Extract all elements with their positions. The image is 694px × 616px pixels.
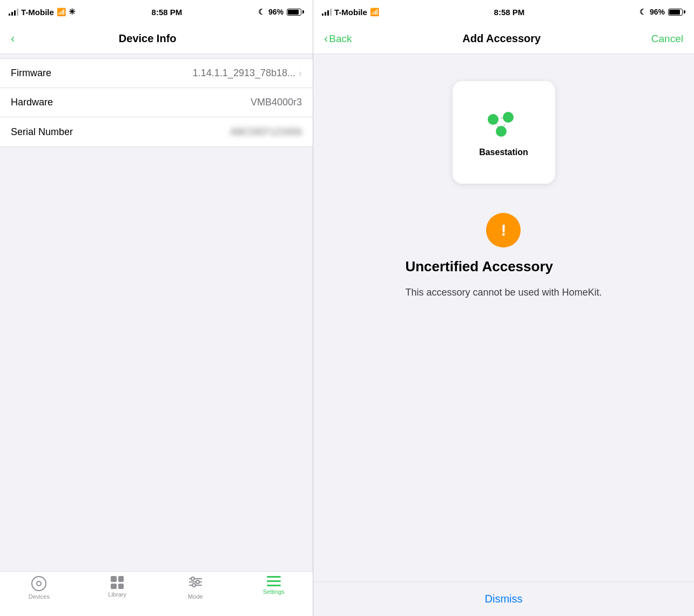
serial-row: Serial Number ABCDEF123456 [0, 117, 313, 146]
basestation-name: Basestation [479, 148, 528, 157]
library-icon [111, 576, 124, 589]
warning-description: This accessory cannot be used with HomeK… [405, 286, 602, 299]
right-signal-bars-icon [322, 8, 332, 16]
left-status-left: T-Mobile 📶 ✳ [9, 7, 76, 17]
dismiss-button[interactable]: Dismiss [485, 593, 523, 605]
tab-library-label: Library [108, 591, 126, 598]
right-status-time: 8:58 PM [494, 8, 525, 17]
warning-section: ! Uncertified Accessory This accessory c… [383, 191, 623, 299]
hardware-value: VMB4000r3 [251, 97, 302, 108]
left-status-bar: T-Mobile 📶 ✳ 8:58 PM ☾ 96% [0, 0, 313, 24]
tab-devices-label: Devices [29, 593, 50, 600]
warning-title: Uncertified Accessory [405, 258, 553, 275]
wifi-icon: 📶 [57, 8, 66, 16]
svg-point-9 [488, 114, 498, 125]
right-battery-icon [668, 9, 685, 16]
right-status-left: T-Mobile 📶 [322, 8, 379, 17]
left-panel: T-Mobile 📶 ✳ 8:58 PM ☾ 96% ‹ Device Info… [0, 0, 313, 616]
right-battery-percent: 96% [650, 8, 665, 16]
right-status-bar: T-Mobile 📶 8:58 PM ☾ 96% [313, 0, 694, 24]
right-carrier-label: T-Mobile [334, 8, 367, 17]
right-back-button[interactable]: ‹ Back [324, 32, 352, 46]
right-battery-fill [669, 10, 680, 15]
moon-icon: ☾ [258, 8, 265, 16]
firmware-value: 1.14.1.1_2913_78b18... › [193, 68, 302, 79]
tab-devices[interactable]: Devices [0, 576, 78, 600]
right-battery-body [668, 9, 683, 16]
battery-body [287, 9, 301, 16]
battery-tip [302, 10, 304, 14]
accessory-content: Basestation ! Uncertified Accessory This… [313, 54, 694, 581]
hardware-row: Hardware VMB4000r3 [0, 88, 313, 117]
chevron-right-icon: › [299, 68, 302, 79]
back-chevron-icon: ‹ [11, 32, 15, 46]
right-battery-tip [684, 10, 685, 14]
mode-icon [188, 576, 203, 591]
svg-point-4 [196, 580, 199, 584]
hardware-label: Hardware [11, 97, 53, 108]
tab-settings-label: Settings [263, 588, 285, 595]
tab-bar: Devices Library Mode [0, 571, 313, 616]
left-status-time: 8:58 PM [152, 8, 183, 17]
svg-point-3 [191, 577, 194, 580]
warning-icon: ! [486, 213, 521, 247]
battery-fill [288, 10, 299, 15]
page-title: Device Info [119, 32, 177, 45]
cancel-button[interactable]: Cancel [651, 33, 683, 45]
right-status-right: ☾ 96% [639, 8, 685, 16]
signal-bars-icon [9, 8, 18, 16]
settings-icon [267, 576, 281, 586]
devices-icon-inner [36, 581, 42, 586]
left-status-right: ☾ 96% [258, 8, 304, 16]
svg-point-11 [496, 126, 507, 137]
right-back-chevron-icon: ‹ [324, 32, 328, 46]
basestation-dots-illustration [482, 108, 525, 140]
tab-mode[interactable]: Mode [157, 576, 235, 600]
right-page-title: Add Accessory [462, 32, 541, 45]
battery-percent: 96% [268, 8, 284, 16]
dismiss-area: Dismiss [313, 581, 694, 616]
basestation-card: Basestation [453, 81, 555, 184]
firmware-label: Firmware [11, 68, 51, 79]
activity-icon: ✳ [69, 7, 76, 17]
devices-icon [31, 576, 46, 591]
left-navbar: ‹ Device Info [0, 24, 313, 54]
tab-mode-label: Mode [188, 593, 203, 600]
right-navbar: ‹ Back Add Accessory Cancel [313, 24, 694, 54]
svg-point-10 [503, 112, 514, 123]
tab-settings[interactable]: Settings [234, 576, 313, 595]
right-back-label: Back [329, 33, 352, 45]
battery-icon [287, 9, 304, 16]
right-panel: T-Mobile 📶 8:58 PM ☾ 96% ‹ Back Add Acce… [313, 0, 694, 616]
info-list: Firmware 1.14.1.1_2913_78b18... › Hardwa… [0, 58, 313, 147]
tab-library[interactable]: Library [78, 576, 157, 598]
right-wifi-icon: 📶 [370, 8, 379, 16]
svg-point-5 [192, 584, 196, 587]
back-button[interactable]: ‹ [11, 32, 15, 46]
firmware-row[interactable]: Firmware 1.14.1.1_2913_78b18... › [0, 59, 313, 88]
serial-label: Serial Number [11, 126, 73, 138]
right-moon-icon: ☾ [639, 8, 646, 16]
serial-value: ABCDEF123456 [230, 126, 302, 138]
serial-number-blurred: ABCDEF123456 [230, 126, 302, 138]
carrier-label: T-Mobile [21, 8, 54, 17]
